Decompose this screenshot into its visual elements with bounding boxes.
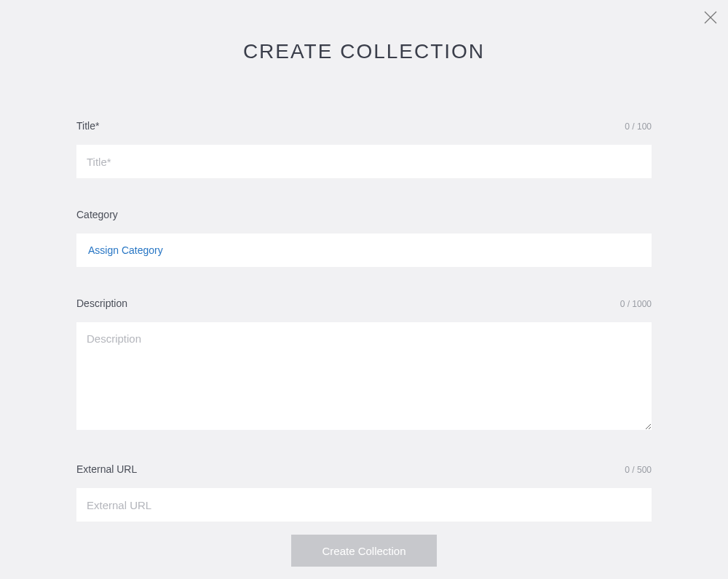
external-url-label: External URL — [76, 463, 137, 475]
external-url-field-group: External URL 0 / 500 — [76, 463, 652, 522]
title-counter: 0 / 100 — [625, 121, 652, 132]
assign-category-button[interactable]: Assign Category — [76, 233, 652, 267]
title-field-header: Title* 0 / 100 — [76, 120, 652, 132]
category-field-group: Category Assign Category — [76, 209, 652, 267]
title-field-group: Title* 0 / 100 — [76, 120, 652, 178]
assign-category-link-text: Assign Category — [88, 244, 163, 256]
description-label: Description — [76, 298, 127, 309]
category-field-header: Category — [76, 209, 652, 220]
external-url-input[interactable] — [76, 488, 652, 522]
external-url-counter: 0 / 500 — [625, 465, 652, 475]
create-collection-button[interactable]: Create Collection — [291, 535, 437, 567]
title-label: Title* — [76, 120, 99, 132]
create-collection-form: Title* 0 / 100 Category Assign Category … — [76, 63, 652, 567]
page-title: CREATE COLLECTION — [0, 40, 728, 63]
external-url-field-header: External URL 0 / 500 — [76, 463, 652, 475]
title-input[interactable] — [76, 145, 652, 178]
description-field-group: Description 0 / 1000 — [76, 298, 652, 433]
description-input[interactable] — [76, 322, 652, 430]
close-button[interactable] — [703, 10, 718, 25]
close-icon — [704, 11, 717, 24]
category-label: Category — [76, 209, 118, 220]
description-counter: 0 / 1000 — [620, 299, 652, 309]
description-field-header: Description 0 / 1000 — [76, 298, 652, 309]
